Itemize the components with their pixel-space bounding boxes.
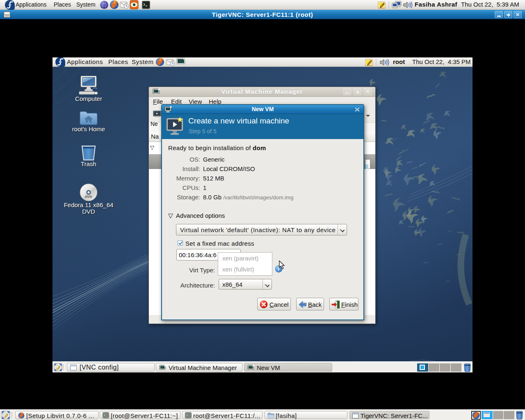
svg-text:DVD: DVD — [85, 195, 92, 199]
